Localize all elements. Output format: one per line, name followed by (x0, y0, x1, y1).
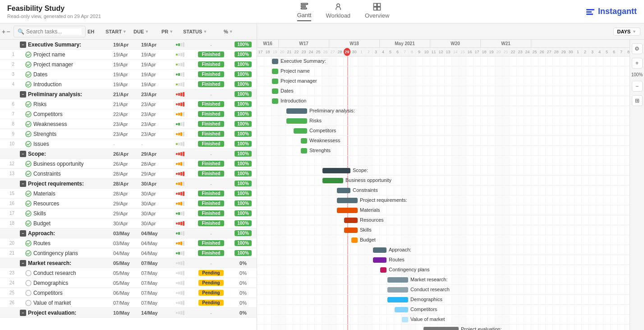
table-row[interactable]: − Preliminary analysis: 21/Apr 23/Apr - … (0, 89, 257, 99)
gantt-bar[interactable] (322, 178, 343, 183)
gantt-bar[interactable] (272, 88, 278, 94)
start-date: 23/Apr (113, 121, 128, 127)
gantt-cell (401, 106, 409, 116)
table-row[interactable]: 6 Risks 21/Apr 23/Apr Finished 100% (0, 99, 257, 109)
tab-gantt[interactable]: Gantt (297, 2, 312, 21)
settings-btn[interactable]: ⚙ (632, 43, 643, 54)
gantt-bar[interactable] (373, 257, 386, 263)
table-row[interactable]: 4 Introduction 19/Apr 19/Apr Finished 10… (0, 79, 257, 89)
table-row[interactable]: 8 Weaknessess 23/Apr 23/Apr Finished 100… (0, 119, 257, 129)
zoom-out-btn[interactable]: − (632, 81, 643, 92)
gantt-bar[interactable] (402, 317, 408, 322)
gantt-bar[interactable] (423, 327, 459, 330)
task-name-label: Skills (33, 210, 46, 217)
gantt-bar[interactable] (395, 307, 408, 312)
table-row[interactable]: 7 Competitors 22/Apr 23/Apr Finished 100… (0, 109, 257, 119)
col-header-due[interactable]: DUE▼ (132, 29, 160, 34)
gantt-bar[interactable] (272, 69, 278, 74)
table-row[interactable]: 9 Strenghts 23/Apr 23/Apr Finished 100% (0, 129, 257, 139)
gantt-bar[interactable] (272, 98, 278, 104)
gantt-bar[interactable] (337, 188, 350, 193)
table-row[interactable]: 21 Contingency plans 04/May 04/May Finis… (0, 248, 257, 258)
search-input[interactable] (26, 28, 82, 35)
table-row[interactable]: 13 Constraints 28/Apr 29/Apr Finished 10… (0, 169, 257, 179)
collapse-btn[interactable]: − (20, 181, 26, 187)
collapse-btn[interactable]: − (20, 151, 26, 157)
table-row[interactable]: − Project requirements: 28/Apr 30/Apr - … (0, 179, 257, 189)
gantt-cell (293, 275, 300, 284)
gantt-bar[interactable] (380, 267, 386, 273)
gantt-cell (481, 56, 488, 66)
collapse-btn[interactable]: − (20, 91, 26, 98)
table-row[interactable]: 20 Routes 03/May 04/May Finished 100% (0, 238, 257, 248)
table-row[interactable]: − Market research: 05/May 07/May - 0% (0, 258, 257, 268)
gantt-bar[interactable] (286, 108, 307, 114)
table-row[interactable]: − Scope: 26/Apr 29/Apr - 100% (0, 149, 257, 159)
table-row[interactable]: 23 Conduct research 05/May 07/May Pendin… (0, 268, 257, 278)
col-header-eh[interactable]: EH (86, 29, 104, 34)
gantt-bar[interactable] (272, 59, 278, 64)
gantt-bar[interactable] (344, 218, 358, 223)
gantt-bar[interactable] (337, 208, 358, 213)
col-header-status[interactable]: STATUS▼ (181, 29, 222, 34)
gantt-bar[interactable] (301, 138, 307, 144)
col-header-pr[interactable]: PR▼ (160, 29, 181, 34)
row-name: Conduct research (20, 270, 113, 276)
map-btn[interactable]: ⊞ (632, 95, 643, 106)
table-row[interactable]: 12 Business opportunity 26/Apr 28/Apr Fi… (0, 159, 257, 169)
collapse-btn[interactable]: − (20, 230, 26, 237)
gantt-cell (575, 245, 582, 255)
gantt-bar[interactable] (351, 237, 358, 243)
gantt-cell (459, 106, 466, 116)
table-row[interactable]: 16 Resources 29/Apr 30/Apr Finished 100% (0, 199, 257, 209)
table-row[interactable]: 24 Demographics 05/May 07/May Pending 0% (0, 278, 257, 288)
gantt-bar[interactable] (301, 148, 307, 153)
table-row[interactable]: − Approach: 03/May 04/May - 100% (0, 228, 257, 238)
gantt-cell (293, 176, 300, 185)
minus-icon[interactable]: − (6, 28, 10, 35)
table-row[interactable]: 15 Materials 28/Apr 30/Apr Finished 100% (0, 189, 257, 199)
gantt-cell (322, 305, 329, 314)
gantt-cell (517, 116, 524, 125)
table-row[interactable]: 17 Skills 29/Apr 30/Apr Finished 100% (0, 209, 257, 218)
tab-workload[interactable]: Workload (326, 2, 350, 21)
gantt-bar[interactable] (337, 198, 358, 203)
search-box[interactable]: 🔍 (14, 26, 86, 37)
gantt-bar[interactable] (286, 118, 307, 124)
gantt-cell (344, 146, 351, 155)
gantt-bar[interactable] (373, 247, 386, 253)
days-button[interactable]: DAYS ▼ (613, 28, 640, 36)
gantt-bar[interactable] (387, 287, 408, 293)
table-row[interactable]: 2 Project manager 19/Apr 19/Apr Finished… (0, 60, 257, 70)
col-header-pct[interactable]: %▼ (222, 29, 245, 34)
col-header-start[interactable]: START▼ (104, 29, 132, 34)
table-row[interactable]: − Executive Summary: 19/Apr 19/Apr - 100… (0, 40, 257, 50)
gantt-cell (611, 245, 618, 255)
tab-overview[interactable]: Overview (365, 2, 389, 21)
zoom-in-btn[interactable]: + (632, 58, 643, 69)
row-num: 25 (6, 290, 14, 295)
table-row[interactable]: 18 Budget 30/Apr 30/Apr Finished 100% (0, 218, 257, 228)
add-icon[interactable]: + (2, 28, 5, 35)
collapse-btn[interactable]: − (20, 310, 26, 316)
add-collapse-controls[interactable]: + − (2, 28, 12, 35)
gantt-bar[interactable] (272, 79, 278, 84)
gantt-cell (401, 156, 409, 165)
gantt-bar[interactable] (387, 297, 408, 302)
table-row[interactable]: 1 Project name 19/Apr 19/Apr Finished 10… (0, 50, 257, 60)
table-row[interactable]: 25 Competitors 06/May 07/May Pending 0% (0, 288, 257, 298)
table-row[interactable]: 10 Issues - - Finished 100% (0, 139, 257, 149)
gantt-cell (495, 305, 502, 314)
gantt-bar[interactable] (322, 168, 350, 173)
table-row[interactable]: − Project evaluation: 10/May 14/May - 0% (0, 308, 257, 318)
gantt-bar[interactable] (344, 228, 358, 233)
table-row[interactable]: 26 Value of market 07/May 07/May Pending… (0, 298, 257, 308)
gantt-bar[interactable] (387, 277, 408, 283)
collapse-btn[interactable]: − (20, 42, 26, 48)
collapse-btn[interactable]: − (20, 260, 26, 266)
gantt-cell (575, 86, 582, 96)
gantt-bar[interactable] (294, 128, 307, 134)
gantt-cell (358, 305, 365, 314)
table-row[interactable]: 3 Dates 19/Apr 19/Apr Finished 100% (0, 70, 257, 79)
due-date: 30/Apr (141, 221, 156, 226)
